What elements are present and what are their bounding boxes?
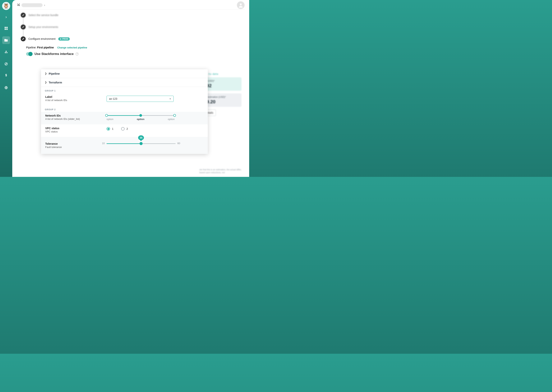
sidebar: 🦉 [0,0,12,177]
field-label-row: Label A list of network IDs ax-123 ▼ [41,93,208,106]
sidebar-globe-icon[interactable] [2,84,10,91]
env-badge-label: PROD [62,38,68,40]
wizard-step-1[interactable]: Select the service bundle [21,13,245,18]
svg-point-4 [5,52,6,53]
shuffle-icon[interactable] [17,3,20,7]
tolerance-slider[interactable]: 10 60 35 [107,143,175,144]
vpc-radio-1-label: 1 [112,127,113,130]
slider-knob[interactable] [139,142,143,145]
pipeline-label: Pipeline: First pipeline [26,46,54,49]
field-vpc-desc: VPC status [45,130,103,133]
help-icon[interactable]: ? [75,52,79,56]
vpc-radio-group: 1 2 [107,127,203,131]
slider-opt-1: option [137,118,145,121]
vpc-radio-1[interactable]: 1 [107,127,113,131]
pencil-icon [21,25,26,29]
section-terraform-label: Terraform [49,81,62,84]
wizard-step-3-label: Configure environment [28,37,56,40]
logo-owl-icon[interactable]: 🦉 [2,2,10,10]
svg-rect-1 [6,27,8,28]
sidebar-dashboard-icon[interactable] [2,25,10,32]
group-2-label: GROUP 2 [41,106,208,112]
radio-icon [121,127,124,131]
field-tolerance-title: Tolerance [45,142,103,145]
sidebar-cost-icon[interactable] [2,72,10,80]
change-pipeline-link[interactable]: Change selected pipeline [57,46,87,49]
field-label-title: Label [45,95,103,98]
field-label-desc: A list of network IDs [45,99,103,102]
section-terraform[interactable]: ❯ Terraform [41,78,208,87]
step-connector [23,29,23,36]
field-network-desc: A list of network IDs (slider_list) [45,118,103,120]
slider-value-bubble: 35 [138,135,144,140]
field-tolerance-row: Tolerance Fault tolerance 10 60 35 [41,137,208,154]
chevron-right-icon: ❯ [45,81,47,84]
stackforms-toggle-row: Use Stackforms interface ? [26,52,245,56]
field-network-row: Network IDs A list of network IDs (slide… [41,112,208,124]
chevron-right-icon: › [44,3,45,7]
label-select-value: ax-123 [109,97,117,100]
pipeline-name: First pipeline [37,46,54,49]
svg-rect-3 [6,28,8,30]
sidebar-stacks-icon[interactable] [2,48,10,56]
cost-fineprint: ote that this is an estimation, the actu… [199,168,241,174]
wizard-steps: Select the service bundle Setup your env… [21,13,245,41]
avatar[interactable] [237,1,245,9]
radio-icon [107,127,110,131]
env-badge: ★ PROD [58,37,70,41]
svg-rect-0 [5,27,6,28]
slider-stop-selected[interactable] [139,114,142,117]
sidebar-expand-icon[interactable] [3,14,9,20]
network-slider[interactable]: option option option [107,115,174,121]
form-card: ❯ Pipeline ❯ Terraform GROUP 1 Label A l… [41,69,208,154]
svg-point-5 [6,52,7,53]
slider-opt-0: option [107,118,113,121]
field-network-title: Network IDs [45,114,103,117]
svg-point-9 [240,3,242,5]
pipeline-row: Pipeline: First pipeline Change selected… [26,46,245,49]
chevron-right-icon: ❯ [45,72,47,75]
section-pipeline[interactable]: ❯ Pipeline [41,69,208,78]
sidebar-projects-icon[interactable] [2,36,10,44]
field-vpc-title: VPC status [45,127,103,130]
step-connector [23,18,23,25]
wizard-step-2-label: Setup your environments [28,25,58,28]
pencil-icon [21,36,26,41]
field-tolerance-desc: Fault tolerance [45,146,103,148]
vpc-radio-2[interactable]: 2 [121,127,128,131]
slider-stop[interactable] [105,114,108,117]
section-pipeline-label: Pipeline [49,72,60,75]
breadcrumb-item[interactable] [22,3,43,7]
vpc-radio-2-label: 2 [126,127,128,130]
star-icon: ★ [60,38,62,40]
caret-down-icon: ▼ [169,98,171,100]
field-vpc-row: VPC status VPC status 1 2 [41,124,208,137]
group-1-label: GROUP 1 [41,87,208,93]
slider-opt-2: option [168,118,174,121]
tolerance-max: 60 [177,142,180,145]
pencil-icon [21,13,26,18]
top-bar: › [17,3,245,10]
slider-stop[interactable] [173,114,176,117]
main-panel: › Select the service bundle Setup your e… [12,0,249,177]
svg-rect-2 [5,28,6,30]
sidebar-compass-icon[interactable] [2,60,10,68]
wizard-step-2[interactable]: Setup your environments [21,25,245,29]
label-select[interactable]: ax-123 ▼ [107,96,174,102]
stackforms-toggle-label: Use Stackforms interface [35,52,74,56]
wizard-step-3[interactable]: Configure environment ★ PROD [21,36,245,41]
pipeline-prefix: Pipeline: [26,46,37,49]
stackforms-toggle[interactable] [26,52,33,56]
breadcrumb: › [17,3,45,7]
wizard-step-1-label: Select the service bundle [28,14,58,17]
svg-point-6 [6,51,7,52]
